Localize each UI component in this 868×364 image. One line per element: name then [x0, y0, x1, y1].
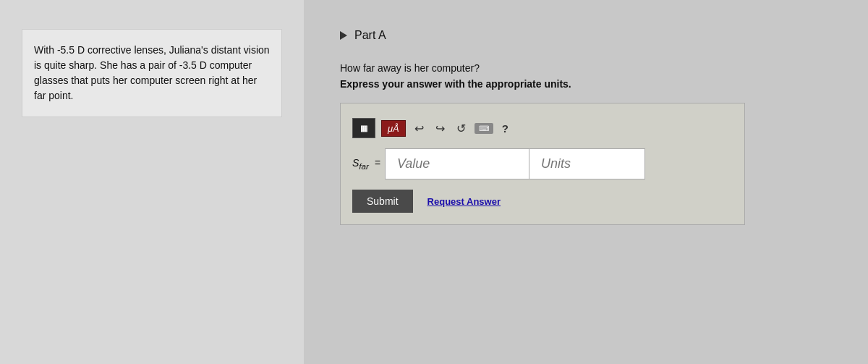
submit-button[interactable]: Submit	[352, 190, 413, 213]
value-input[interactable]	[385, 148, 529, 179]
instruction-text: Express your answer with the appropriate…	[340, 78, 846, 90]
refresh-button[interactable]: ↺	[454, 120, 469, 137]
right-panel: Part A How far away is her computer? Exp…	[304, 0, 868, 364]
units-input[interactable]	[529, 148, 645, 179]
undo-button[interactable]: ↩	[412, 120, 427, 137]
input-row: Sfar =	[352, 148, 733, 179]
redo-button[interactable]: ↪	[433, 120, 448, 137]
problem-statement: With -5.5 D corrective lenses, Juliana's…	[22, 29, 282, 117]
collapse-icon[interactable]	[340, 31, 347, 40]
problem-text: With -5.5 D corrective lenses, Juliana's…	[34, 44, 270, 101]
keyboard-button[interactable]: ⌨	[475, 123, 493, 134]
answer-box: ▦ μÅ ↩ ↪ ↺ ⌨ ? Sfar = Submit	[340, 103, 745, 225]
submit-row: Submit Request Answer	[352, 190, 733, 213]
question-text: How far away is her computer?	[340, 62, 846, 74]
matrix-button[interactable]: ▦	[352, 118, 375, 138]
subscript-label: far	[359, 161, 369, 171]
mu-button[interactable]: μÅ	[381, 120, 406, 137]
left-panel: With -5.5 D corrective lenses, Juliana's…	[0, 0, 304, 364]
request-answer-link[interactable]: Request Answer	[427, 196, 501, 207]
part-a-title: Part A	[354, 29, 386, 42]
part-a-header: Part A	[340, 29, 846, 42]
help-button[interactable]: ?	[499, 121, 511, 136]
toolbar: ▦ μÅ ↩ ↪ ↺ ⌨ ?	[352, 115, 733, 141]
variable-label: Sfar =	[352, 157, 380, 171]
